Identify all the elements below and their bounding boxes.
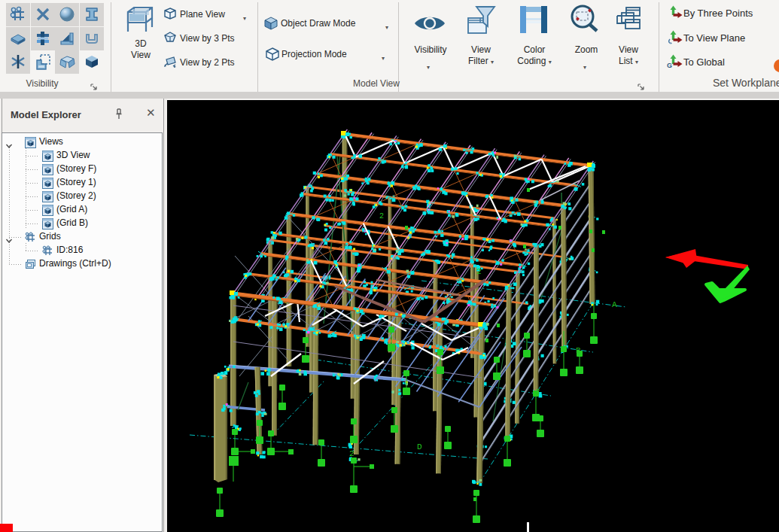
svg-text:B: B (576, 346, 581, 355)
svg-text:D: D (417, 442, 422, 451)
svg-text:C: C (535, 388, 540, 397)
svg-text:A: A (612, 300, 617, 309)
svg-text:2: 2 (349, 449, 355, 458)
svg-text:2: 2 (379, 212, 384, 220)
svg-text:2: 2 (476, 267, 482, 276)
svg-text:G: G (667, 62, 672, 68)
